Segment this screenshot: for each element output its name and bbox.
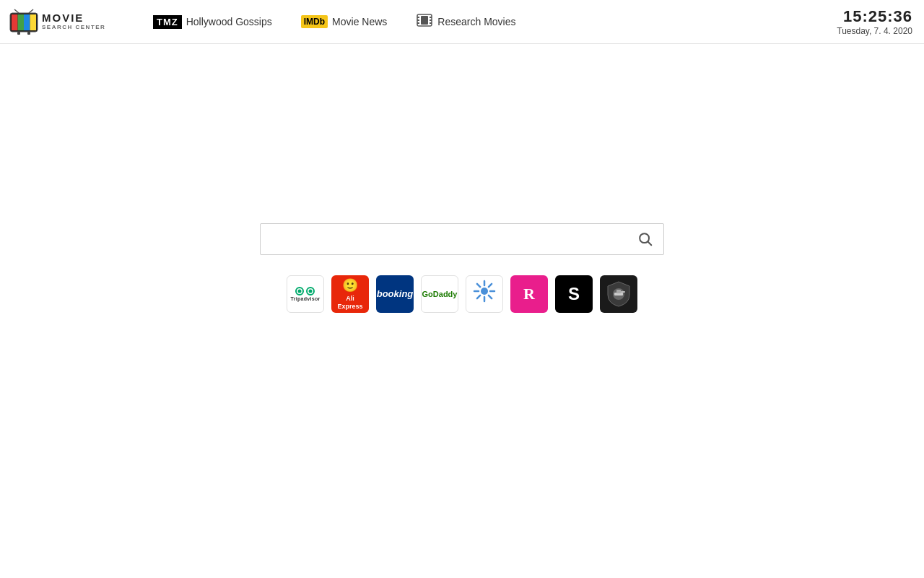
main-content: Tripadvisor 🙂 AliExpress booking GoDaddy [0, 44, 924, 578]
s-icon: S [568, 284, 580, 304]
svg-line-27 [489, 284, 492, 287]
logo-area[interactable]: MOVIE SEARCH CENTER [9, 9, 110, 35]
svg-line-26 [489, 296, 492, 298]
svg-line-19 [648, 241, 651, 245]
bookmark-s[interactable]: S [555, 275, 593, 313]
aliexpress-icon: 🙂 AliExpress [337, 277, 362, 311]
svg-rect-16 [430, 22, 432, 24]
bookmark-burst[interactable] [466, 275, 503, 313]
bookmark-aliexpress[interactable]: 🙂 AliExpress [331, 275, 369, 313]
bookmarks-row: Tripadvisor 🙂 AliExpress booking GoDaddy [287, 275, 637, 313]
svg-rect-31 [616, 290, 621, 293]
svg-line-25 [477, 284, 480, 287]
logo-text: MOVIE SEARCH CENTER [42, 12, 105, 30]
bookmark-tripadvisor[interactable]: Tripadvisor [287, 275, 324, 313]
search-box-wrapper [260, 223, 664, 255]
svg-point-20 [481, 288, 488, 295]
nav-label-movie-news: Movie News [332, 16, 387, 27]
bookmark-godaddy[interactable]: GoDaddy [421, 275, 458, 313]
search-icon [637, 231, 653, 247]
svg-rect-13 [417, 22, 419, 24]
svg-rect-15 [430, 20, 432, 21]
search-container: Tripadvisor 🙂 AliExpress booking GoDaddy [260, 223, 664, 313]
wot-icon [606, 280, 631, 308]
bookmark-booking[interactable]: booking [376, 275, 414, 313]
search-input[interactable] [268, 233, 635, 246]
tv-logo-icon [9, 9, 39, 35]
svg-rect-32 [621, 291, 625, 293]
svg-line-8 [14, 9, 19, 13]
nav-label-hollywood-gossips: Hollywood Gossips [186, 16, 272, 27]
header: MOVIE SEARCH CENTER TMZ Hollywood Gossip… [0, 0, 924, 44]
clock-area: 15:25:36 Tuesday, 7. 4. 2020 [837, 7, 912, 36]
svg-rect-11 [417, 17, 419, 18]
nav-item-hollywood-gossips[interactable]: TMZ Hollywood Gossips [153, 15, 272, 29]
imdb-logo-icon: IMDb [301, 15, 328, 28]
booking-icon: booking [377, 288, 414, 299]
tripadvisor-icon: Tripadvisor [290, 287, 320, 301]
svg-rect-3 [18, 14, 25, 30]
bookmark-r[interactable]: R [510, 275, 548, 313]
film-logo-icon [416, 12, 433, 33]
tmz-logo-icon: TMZ [153, 15, 182, 29]
godaddy-icon: GoDaddy [422, 290, 458, 298]
svg-rect-5 [30, 14, 37, 30]
svg-line-28 [477, 296, 480, 298]
svg-line-9 [29, 9, 33, 13]
nav-item-research-movies[interactable]: Research Movies [416, 12, 515, 33]
nav-item-movie-news[interactable]: IMDb Movie News [301, 15, 388, 28]
svg-rect-14 [430, 17, 432, 18]
svg-rect-17 [421, 16, 428, 25]
r-icon: R [523, 285, 535, 303]
svg-rect-7 [27, 32, 30, 35]
svg-rect-4 [24, 14, 30, 30]
svg-rect-2 [12, 14, 18, 30]
svg-rect-12 [417, 20, 419, 21]
burst-icon [473, 280, 496, 308]
search-button[interactable] [635, 228, 656, 250]
bookmark-wot[interactable] [600, 275, 637, 313]
nav-label-research-movies: Research Movies [437, 16, 515, 27]
clock-date: Tuesday, 7. 4. 2020 [837, 26, 912, 36]
clock-time: 15:25:36 [837, 7, 912, 26]
svg-rect-6 [17, 32, 20, 35]
nav-links: TMZ Hollywood Gossips IMDb Movie News [110, 12, 915, 33]
